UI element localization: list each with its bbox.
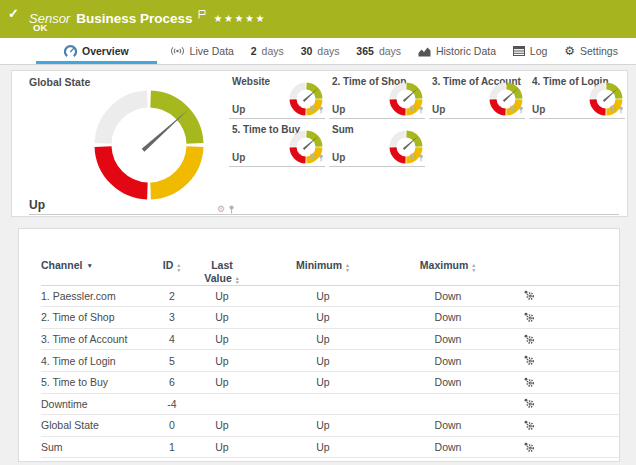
settings-cell [503, 307, 553, 329]
gauge-tile: 2. Time of ShopUp⚙ [329, 71, 425, 119]
gear-icon[interactable]: ⚙ [217, 205, 225, 214]
table-row: 1. Paessler.com2UpUpDown [41, 285, 619, 307]
tab-label: days [262, 45, 284, 57]
last-value: Up [191, 328, 253, 350]
tab-bar: OverviewLive Data2days30days365daysHisto… [0, 38, 636, 65]
sensor-status: OK [33, 22, 47, 33]
tab-log[interactable]: Log [509, 38, 552, 64]
gear-icon[interactable]: ⚙ [509, 105, 516, 113]
table-row: Sum1UpUpDown [41, 436, 619, 458]
channel-settings-icon[interactable] [523, 354, 534, 367]
maximum-value: Down [393, 350, 503, 372]
last-value: Up [191, 371, 253, 393]
sort-icon: ▲▼ [345, 263, 350, 272]
table-row: Downtime-4 [41, 393, 619, 415]
pin-icon[interactable] [418, 148, 424, 166]
channel-name: Downtime [41, 393, 153, 415]
pin-icon[interactable] [618, 100, 624, 118]
column-header-maximum[interactable]: Maximum▲▼ [393, 253, 503, 285]
maximum-value: Down [393, 328, 503, 350]
channel-id: 3 [153, 307, 191, 329]
global-state-gauge [93, 89, 205, 201]
signal-icon [170, 46, 185, 56]
gauge-tile: 3. Time of AccountUp⚙ [429, 71, 525, 119]
gauge-tile: 5. Time to BuyUp⚙ [229, 119, 325, 167]
sort-icon: ▲▼ [176, 263, 181, 272]
minimum-value: Up [253, 307, 393, 329]
global-state-value: Up [29, 198, 45, 212]
channel-id: -4 [153, 393, 191, 415]
gauge-tile: WebsiteUp⚙ [229, 71, 325, 119]
tile-title: Sum [332, 124, 354, 135]
filler-cell [553, 307, 619, 329]
table-row: 2. Time of Shop3UpUpDown [41, 307, 619, 329]
tile-value: Up [232, 152, 245, 163]
tab-2-days[interactable]: 2days [247, 38, 288, 64]
column-header-settings [503, 253, 553, 285]
channel-name: 2. Time of Shop [41, 307, 153, 329]
channel-id: 1 [153, 436, 191, 458]
channel-settings-icon[interactable] [523, 376, 534, 389]
channel-name: 4. Time of Login [41, 350, 153, 372]
channel-settings-icon[interactable] [523, 289, 534, 302]
tab-historic-data[interactable]: Historic Data [414, 38, 500, 64]
channel-settings-icon[interactable] [523, 397, 534, 410]
sort-desc-icon: ▼ [86, 262, 92, 269]
tab-live-data[interactable]: Live Data [166, 38, 238, 64]
ok-check-icon: ✓ [8, 6, 19, 21]
channel-settings-icon[interactable] [523, 419, 534, 432]
gear-icon[interactable]: ⚙ [309, 105, 316, 113]
tab-30-days[interactable]: 30days [297, 38, 344, 64]
tab-overview[interactable]: Overview [36, 38, 157, 64]
filler-cell [553, 328, 619, 350]
channel-name: 3. Time of Account [41, 328, 153, 350]
table-row: Global State0UpUpDown [41, 415, 619, 437]
gauge-tile: SumUp⚙ [329, 119, 425, 167]
tile-title: Website [232, 76, 270, 87]
channel-settings-icon[interactable] [523, 441, 534, 454]
gear-icon[interactable]: ⚙ [409, 105, 416, 113]
gear-icon[interactable]: ⚙ [309, 153, 316, 161]
column-header-last-value[interactable]: Last Value▲▼ [191, 253, 253, 285]
last-value: Up [191, 350, 253, 372]
tab-number: 2 [251, 45, 257, 57]
flag-icon[interactable] [198, 5, 206, 23]
column-header-id[interactable]: ID▲▼ [153, 253, 191, 285]
channels-table: Channel▼ ID▲▼ Last Value▲▼ Minimum▲▼ Max… [41, 253, 619, 458]
maximum-value: Down [393, 436, 503, 458]
gauge-icon [64, 45, 77, 57]
channel-name: Global State [41, 415, 153, 437]
log-icon [513, 46, 525, 56]
pin-icon[interactable] [318, 100, 324, 118]
filler-cell [553, 436, 619, 458]
tab-settings[interactable]: ⚙Settings [560, 38, 622, 64]
gear-icon[interactable]: ⚙ [609, 105, 616, 113]
channel-id: 0 [153, 415, 191, 437]
global-state-title: Global State [29, 76, 90, 88]
pin-icon[interactable] [518, 100, 524, 118]
tab-label: days [379, 45, 401, 57]
minimum-value: Up [253, 328, 393, 350]
pin-icon[interactable] [318, 148, 324, 166]
tab-number: 365 [356, 45, 374, 57]
tile-value: Up [332, 104, 345, 115]
filler-cell [553, 285, 619, 307]
maximum-value: Down [393, 285, 503, 307]
priority-stars[interactable]: ★★★★★ [214, 13, 266, 24]
tab-365-days[interactable]: 365days [352, 38, 405, 64]
column-header-channel[interactable]: Channel▼ [41, 253, 153, 285]
tab-label: Log [530, 45, 548, 57]
channel-settings-icon[interactable] [523, 311, 534, 324]
table-row: 5. Time to Buy6UpUpDown [41, 371, 619, 393]
maximum-value: Down [393, 307, 503, 329]
tab-label: Overview [82, 45, 129, 57]
channel-settings-icon[interactable] [523, 333, 534, 346]
table-row: 3. Time of Account4UpUpDown [41, 328, 619, 350]
maximum-value: Down [393, 415, 503, 437]
gauge-tiles: WebsiteUp⚙2. Time of ShopUp⚙3. Time of A… [229, 71, 631, 167]
column-header-minimum[interactable]: Minimum▲▼ [253, 253, 393, 285]
gear-icon[interactable]: ⚙ [409, 153, 416, 161]
pin-icon[interactable] [228, 200, 235, 218]
pin-icon[interactable] [418, 100, 424, 118]
last-value: Up [191, 285, 253, 307]
